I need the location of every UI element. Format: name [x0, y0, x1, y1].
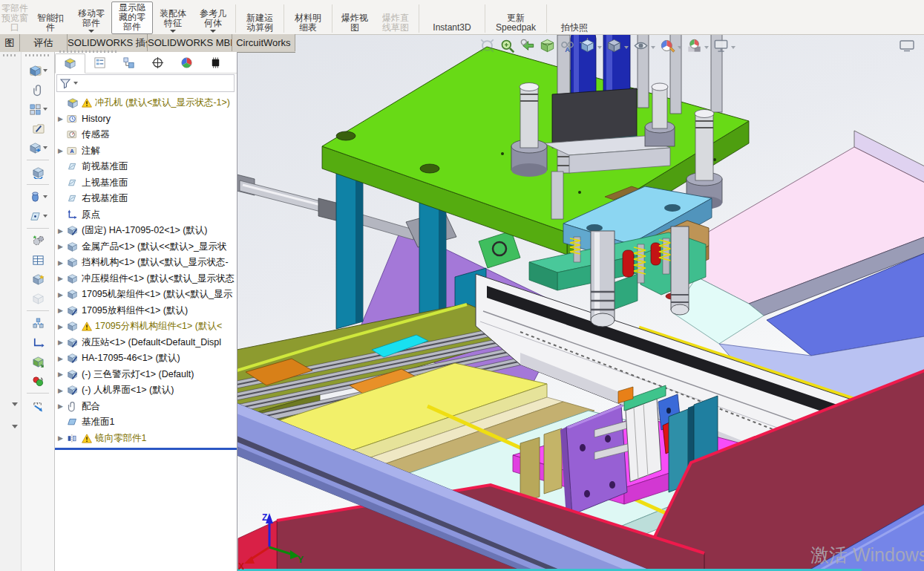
rollback-bar[interactable] [55, 448, 237, 450]
commandmanager-tab-circuitworks[interactable]: CircuitWorks [232, 34, 295, 51]
panel-tab-circuitworks[interactable] [201, 53, 230, 72]
tree-item[interactable]: ▶17095分料机构组件<1> (默认< [55, 319, 237, 335]
expand-arrow-icon[interactable]: ▶ [58, 147, 67, 154]
edit-component-icon[interactable] [22, 119, 53, 138]
dropdown-caret-icon[interactable] [43, 195, 47, 198]
panel-tab-display-manager[interactable] [172, 53, 201, 72]
tree-item[interactable]: ▶挡料机构<1> (默认<默认_显示状态- [55, 255, 237, 271]
expand-arrow-icon[interactable]: ▶ [58, 275, 67, 282]
ribbon-button-show-hidden-components[interactable]: 显示隐藏的零部件 [111, 1, 153, 34]
expand-arrow-icon[interactable]: ▶ [58, 434, 67, 442]
tree-item[interactable]: ▶HA-17095-46<1> (默认) [55, 350, 237, 367]
instant3d-icon[interactable] [22, 352, 53, 371]
hide-show-items-icon[interactable] [632, 37, 656, 57]
toolbar-overflow-caret[interactable] [12, 402, 18, 406]
bill-of-materials-icon[interactable] [22, 250, 53, 270]
dropdown-caret-icon[interactable] [43, 146, 47, 149]
expand-arrow-icon[interactable]: ▶ [58, 243, 67, 250]
tree-filter[interactable] [56, 74, 235, 92]
commandmanager-tab-solidworks-mbd[interactable]: SOLIDWORKS MBD [148, 34, 232, 51]
ribbon-button-move-component[interactable]: 移动零部件 [71, 8, 111, 34]
exploded-view-icon[interactable] [22, 313, 53, 333]
tree-item[interactable]: 右视基准面 [55, 191, 237, 207]
dropdown-caret-icon[interactable] [43, 108, 47, 111]
linear-component-pattern-icon[interactable] [22, 99, 53, 119]
dropdown-caret-icon[interactable] [43, 215, 47, 218]
tree-item[interactable]: 基准面1 [55, 414, 237, 431]
move-component-icon[interactable] [22, 138, 53, 157]
panel-drag-handle[interactable] [59, 50, 119, 53]
toolbar-drag-handle[interactable] [25, 54, 50, 56]
dropdown-caret-icon[interactable] [651, 46, 655, 49]
previous-view-icon[interactable] [519, 37, 536, 57]
dropdown-caret-icon[interactable] [704, 46, 709, 49]
ribbon-button-update-speedpak[interactable]: 更新Speedpak [488, 13, 544, 34]
dropdown-caret-icon[interactable] [88, 30, 94, 33]
tree-item[interactable]: ▶液压站<1> (Default<Default_Displ [55, 335, 237, 351]
expand-arrow-icon[interactable]: ▶ [58, 307, 67, 314]
ribbon-button-take-snapshot[interactable]: 拍快照 [549, 22, 600, 34]
commandmanager-tab-solidworks-插件[interactable]: SOLIDWORKS 插件 [68, 34, 148, 51]
view-orientation-icon[interactable] [579, 37, 603, 57]
expand-arrow-icon[interactable]: ▶ [58, 355, 67, 362]
tree-item[interactable]: 冲孔机 (默认<默认_显示状态-1>) [55, 95, 237, 111]
view-settings-icon[interactable] [712, 37, 736, 57]
expand-arrow-icon[interactable]: ▶ [58, 371, 67, 378]
dropdown-caret-icon[interactable] [678, 46, 682, 49]
ribbon-button-new-motion-study[interactable]: 新建运动算例 [238, 13, 281, 34]
tree-item[interactable]: ▶History [55, 111, 237, 128]
reference-geometry-icon[interactable] [22, 206, 53, 226]
filter-caret-icon[interactable] [73, 82, 78, 85]
expand-arrow-icon[interactable]: ▶ [58, 402, 67, 410]
zoom-to-fit-icon[interactable] [479, 37, 496, 57]
commandmanager-tab-评估[interactable]: 评估 [20, 34, 68, 51]
tree-item[interactable]: ▶冲压模组件<1> (默认<默认_显示状态 [55, 271, 237, 287]
insert-components-icon[interactable] [22, 61, 53, 80]
ribbon-button-bill-of-materials[interactable]: 材料明细表 [286, 13, 330, 34]
tree-item[interactable]: 传感器 [55, 127, 237, 143]
edit-appearance-icon[interactable] [659, 37, 683, 57]
zoom-to-area-icon[interactable] [499, 37, 516, 57]
ribbon-button-instant3d[interactable]: Instant3D [422, 22, 482, 34]
tree-item[interactable]: ▶(-) 三色警示灯<1> (Default) [55, 367, 237, 383]
update-speedpak-icon[interactable] [22, 371, 53, 391]
panel-tab-featuremanager-tree[interactable] [55, 53, 85, 74]
dropdown-caret-icon[interactable] [43, 69, 47, 72]
mate-icon[interactable] [22, 80, 53, 99]
viewport-collapse-icon[interactable] [899, 39, 915, 55]
ribbon-button-reference-geometry[interactable]: 参考几何体 [193, 8, 233, 34]
commandmanager-tab-partial[interactable]: 图 [0, 34, 20, 51]
tree-item[interactable]: ▶A注解 [55, 143, 237, 160]
toolbar-overflow-caret[interactable] [12, 425, 18, 428]
tree-item[interactable]: ▶金属产品<1> (默认<<默认>_显示状 [55, 239, 237, 255]
panel-tab-configuration-manager[interactable] [114, 53, 143, 72]
tree-item[interactable]: 前视基准面 [55, 159, 237, 175]
tree-item[interactable]: ▶17095机架组件<1> (默认<默认_显示 [55, 287, 237, 303]
ribbon-button-assembly-features[interactable]: 装配体特征 [153, 8, 193, 34]
expand-arrow-icon[interactable]: ▶ [58, 259, 67, 267]
tree-item[interactable]: ▶镜向零部件1 [55, 431, 237, 447]
take-snapshot-icon[interactable] [22, 396, 53, 415]
panel-tab-property-manager[interactable] [85, 53, 114, 72]
ribbon-button-exploded-view[interactable]: 爆炸视图 [335, 13, 375, 34]
expand-arrow-icon[interactable]: ▶ [58, 227, 67, 235]
dropdown-caret-icon[interactable] [597, 46, 602, 49]
expand-arrow-icon[interactable]: ▶ [58, 323, 67, 330]
dropdown-caret-icon[interactable] [624, 46, 629, 49]
explode-line-sketch-icon[interactable] [22, 333, 53, 352]
expand-arrow-icon[interactable]: ▶ [58, 387, 67, 394]
apply-scene-icon[interactable] [686, 37, 710, 57]
tree-item[interactable]: ▶配合 [55, 399, 237, 415]
tree-item[interactable]: ▶(-) 人机界面<1> (默认) [55, 382, 237, 399]
hide-show-annotations-icon[interactable]: A [559, 37, 576, 57]
assembly-features-icon[interactable] [22, 187, 53, 206]
tree-item[interactable]: ▶(固定) HA-17095-02<1> (默认) [55, 223, 237, 239]
panel-tab-dimxpert-manager[interactable] [143, 53, 172, 72]
smart-component-icon[interactable] [22, 270, 53, 289]
tree-item[interactable]: 原点 [55, 207, 237, 223]
expand-arrow-icon[interactable]: ▶ [58, 339, 67, 346]
dropdown-caret-icon[interactable] [731, 46, 735, 49]
tree-item[interactable]: ▶17095放料组件<1> (默认) [55, 303, 237, 319]
expand-arrow-icon[interactable]: ▶ [58, 291, 67, 298]
dropdown-caret-icon[interactable] [170, 30, 176, 33]
